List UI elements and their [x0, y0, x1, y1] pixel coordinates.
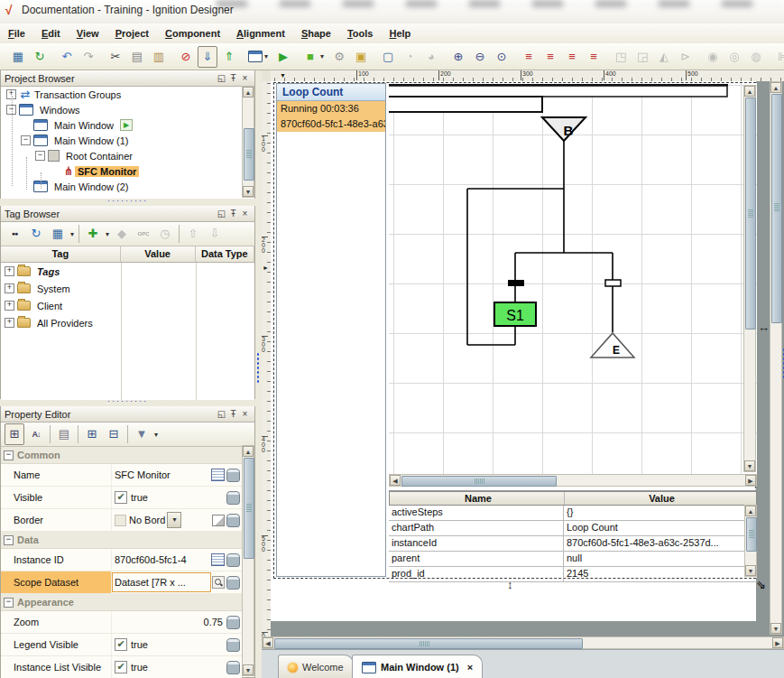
- security-icon[interactable]: ▣: [351, 46, 371, 68]
- expand-all-icon[interactable]: ⊞: [82, 423, 102, 445]
- tag-folder-all-providers[interactable]: +All Providers: [1, 314, 254, 331]
- float-panel-icon[interactable]: ◱: [216, 208, 227, 219]
- zoom-actual-icon[interactable]: ⊙: [492, 46, 512, 68]
- find-tag-icon[interactable]: ●●: [5, 223, 24, 245]
- mag-icon[interactable]: [212, 576, 225, 589]
- expand-toggle[interactable]: −: [35, 151, 45, 161]
- column-header-tag[interactable]: Tag: [1, 246, 121, 262]
- dock-splitter[interactable]: [255, 70, 262, 678]
- sfc-instance-id[interactable]: 870cf60d-5fc1-48e3-a63c: [277, 116, 385, 132]
- db-icon[interactable]: [226, 469, 240, 482]
- pop-icon[interactable]: [212, 515, 225, 526]
- menu-view[interactable]: View: [69, 25, 107, 42]
- property-grid-scrollbar[interactable]: ▲ ▼: [242, 445, 254, 676]
- sfc-chart-area[interactable]: B S1 E ▲ ▼: [389, 83, 757, 474]
- dropdown-arrow-icon[interactable]: ▾: [154, 431, 158, 439]
- property-value[interactable]: ✔true: [111, 656, 226, 678]
- db-icon[interactable]: [226, 553, 240, 567]
- property-value[interactable]: No Bord▼: [111, 509, 212, 531]
- float-panel-icon[interactable]: ◱: [216, 72, 227, 84]
- db-icon[interactable]: [226, 638, 240, 652]
- property-section-data[interactable]: −Data: [1, 532, 242, 549]
- checkbox[interactable]: ✔: [115, 661, 127, 673]
- resize-handle-bottom[interactable]: ↕: [507, 579, 513, 590]
- column-header-name[interactable]: Name: [390, 492, 565, 505]
- categorize-icon[interactable]: ⊞: [5, 423, 24, 445]
- edit-icon[interactable]: [211, 469, 225, 481]
- tree-item-main-window[interactable]: Main Window▶: [1, 117, 254, 133]
- expand-toggle[interactable]: +: [5, 318, 14, 328]
- tree-item-windows[interactable]: −Windows: [1, 102, 254, 117]
- menu-help[interactable]: Help: [381, 25, 419, 42]
- section-toggle[interactable]: −: [4, 598, 14, 608]
- tree-item-main-window-2-[interactable]: Main Window (2): [1, 179, 254, 194]
- column-header-value[interactable]: Value: [121, 246, 196, 262]
- db-icon[interactable]: [226, 514, 240, 527]
- dropdown-button[interactable]: ▼: [167, 512, 181, 528]
- scope-table-scrollbar[interactable]: ▲ ▼: [744, 505, 757, 577]
- db-conflicts-icon[interactable]: ⊘: [176, 46, 196, 68]
- resize-handle-right[interactable]: ↔: [758, 321, 770, 333]
- pin-panel-icon[interactable]: Ŧ: [227, 208, 239, 219]
- menu-alignment[interactable]: Alignment: [228, 25, 293, 42]
- column-header-data-type[interactable]: Data Type: [196, 246, 254, 262]
- menu-tools[interactable]: Tools: [339, 25, 382, 42]
- tree-item-transaction-groups[interactable]: +⇄Transaction Groups: [1, 87, 254, 102]
- scope-row-prod_id[interactable]: prod_id2145: [389, 567, 757, 582]
- tree-item-root-container[interactable]: −Root Container: [1, 148, 254, 163]
- panel-splitter-handle[interactable]: ·········: [0, 399, 255, 406]
- pin-panel-icon[interactable]: Ŧ: [227, 72, 239, 84]
- menu-project[interactable]: Project: [107, 25, 157, 42]
- menu-edit[interactable]: Edit: [33, 25, 69, 42]
- db-update-icon[interactable]: ⇑: [219, 46, 239, 68]
- tag-folder-system[interactable]: +System: [1, 280, 254, 297]
- dropdown-arrow-icon[interactable]: ▾: [70, 230, 74, 238]
- expand-toggle[interactable]: +: [5, 283, 14, 293]
- tree-item-sfc-monitor[interactable]: ⋔SFC Monitor: [1, 163, 254, 179]
- send-to-back-icon[interactable]: ≡: [519, 46, 539, 68]
- save-all-icon[interactable]: ▦: [8, 46, 28, 68]
- menu-component[interactable]: Component: [157, 25, 228, 42]
- property-value[interactable]: 870cf60d-5fc1-4: [111, 549, 211, 571]
- sfc-monitor-component[interactable]: Loop Count Running 00:03:36 870cf60d-5fc…: [273, 82, 756, 579]
- paste-icon[interactable]: ▥: [149, 46, 169, 68]
- section-toggle[interactable]: −: [4, 535, 14, 545]
- scope-table[interactable]: NameValueactiveSteps{}chartPathLoop Coun…: [389, 490, 757, 578]
- bring-to-front-icon[interactable]: ≡: [584, 46, 604, 68]
- db-icon[interactable]: [226, 616, 240, 629]
- workspace-vertical-scrollbar[interactable]: ▲ ▼: [770, 81, 782, 635]
- cut-icon[interactable]: ✂: [106, 46, 125, 68]
- chart-vertical-scrollbar[interactable]: ▲ ▼: [743, 85, 756, 472]
- expand-toggle[interactable]: +: [5, 266, 14, 276]
- collapse-all-icon[interactable]: ⊟: [104, 423, 124, 445]
- tag-folder-tags[interactable]: +Tags: [1, 263, 254, 280]
- edit-columns-icon[interactable]: ▦: [48, 223, 68, 245]
- copy-icon[interactable]: ▤: [127, 46, 147, 68]
- expand-toggle[interactable]: −: [21, 135, 31, 145]
- preview-mode-icon[interactable]: ▶: [273, 46, 293, 68]
- chart-horizontal-scrollbar[interactable]: ◀ ▶: [389, 474, 757, 487]
- tab-main-window-1[interactable]: Main Window (1) ×: [352, 655, 483, 678]
- float-panel-icon[interactable]: ◱: [216, 408, 227, 420]
- filter-icon[interactable]: ▼: [132, 423, 152, 445]
- refresh-tags-icon[interactable]: ↻: [26, 223, 46, 245]
- checkbox[interactable]: ✔: [115, 491, 127, 504]
- menu-shape[interactable]: Shape: [293, 25, 339, 42]
- tag-folder-client[interactable]: +Client: [1, 297, 254, 314]
- scope-row-activeSteps[interactable]: activeSteps{}: [389, 506, 757, 521]
- component-palette-icon[interactable]: ■▾: [300, 46, 327, 68]
- symbol-factory-icon[interactable]: ⚙: [329, 46, 349, 68]
- update-project-icon[interactable]: ↻: [30, 46, 50, 68]
- close-panel-icon[interactable]: ×: [239, 408, 251, 420]
- description-pane-icon[interactable]: ▤: [54, 423, 74, 445]
- sfc-instance-status[interactable]: Running 00:03:36: [277, 101, 385, 116]
- scope-row-parent[interactable]: parentnull: [389, 552, 757, 567]
- resize-handle-corner[interactable]: ⇘: [756, 579, 766, 590]
- tree-item-main-window-1-[interactable]: −Main Window (1): [1, 133, 254, 148]
- workspace-horizontal-scrollbar[interactable]: ◀ ▶: [262, 636, 784, 649]
- scope-row-chartPath[interactable]: chartPathLoop Count: [389, 521, 757, 536]
- property-section-common[interactable]: −Common: [1, 447, 242, 464]
- design-canvas[interactable]: Loop Count Running 00:03:36 870cf60d-5fc…: [271, 81, 784, 636]
- close-panel-icon[interactable]: ×: [239, 72, 251, 84]
- section-toggle[interactable]: −: [4, 450, 14, 460]
